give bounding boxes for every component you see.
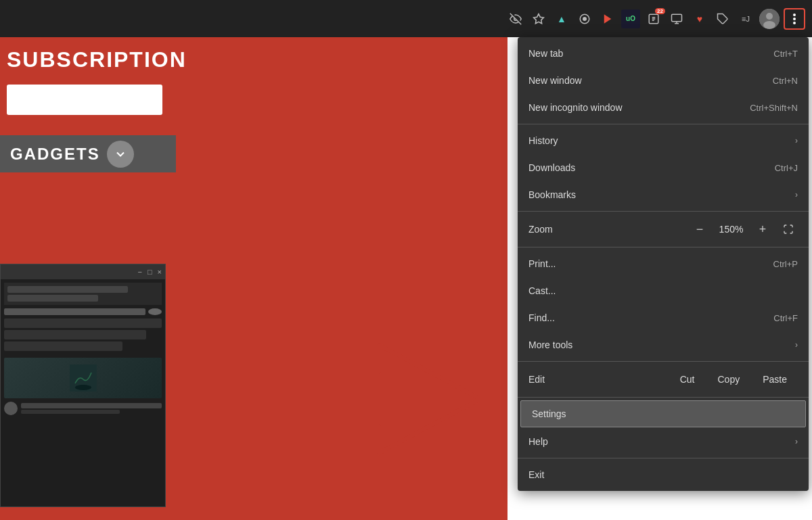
new-window-label: New window bbox=[528, 75, 773, 86]
edit-row: Edit Cut Copy Paste bbox=[518, 364, 809, 394]
history-arrow: › bbox=[795, 136, 798, 145]
find-shortcut: Ctrl+F bbox=[773, 313, 798, 323]
new-tab-label: New tab bbox=[528, 48, 773, 59]
menu-divider-2 bbox=[518, 211, 809, 212]
zoom-controls: − 150% + bbox=[690, 220, 772, 239]
bookmarks-label: Bookmarks bbox=[528, 189, 795, 200]
menu-item-history[interactable]: History › bbox=[518, 127, 809, 154]
menu-item-downloads[interactable]: Downloads Ctrl+J bbox=[518, 154, 809, 181]
downloads-label: Downloads bbox=[528, 162, 775, 173]
star-icon[interactable] bbox=[529, 9, 548, 28]
chrome-menu-button[interactable] bbox=[784, 8, 805, 30]
menu-item-new-window[interactable]: New window Ctrl+N bbox=[518, 67, 809, 94]
nested-window-preview: − □ × bbox=[0, 264, 166, 507]
zoom-minus-button[interactable]: − bbox=[690, 220, 709, 239]
svg-point-3 bbox=[583, 17, 587, 21]
zoom-value: 150% bbox=[716, 224, 746, 235]
arrow-annotation bbox=[189, 331, 480, 467]
zoom-label: Zoom bbox=[528, 224, 690, 235]
gadgets-dropdown[interactable] bbox=[107, 141, 134, 168]
cast-label: Cast... bbox=[528, 285, 798, 296]
svg-point-9 bbox=[766, 13, 773, 20]
menu-item-new-tab[interactable]: New tab Ctrl+T bbox=[518, 40, 809, 67]
subscription-title: SUBSCRIPTION bbox=[7, 47, 187, 72]
media-router-icon[interactable] bbox=[667, 9, 686, 28]
menu-item-exit[interactable]: Exit bbox=[518, 461, 809, 488]
gadgets-label: GADGETS bbox=[10, 145, 100, 164]
edit-label: Edit bbox=[528, 374, 669, 385]
ublock-icon[interactable]: uO bbox=[621, 9, 640, 28]
browser-toolbar: ▲ uO 22 ♥ bbox=[0, 0, 812, 37]
help-label: Help bbox=[528, 436, 795, 447]
user-avatar[interactable] bbox=[759, 9, 780, 29]
find-label: Find... bbox=[528, 312, 773, 323]
exit-label: Exit bbox=[528, 469, 798, 480]
circle-record-icon[interactable] bbox=[575, 9, 594, 28]
zoom-control-row: Zoom − 150% + bbox=[518, 214, 809, 244]
menu-item-new-incognito[interactable]: New incognito window Ctrl+Shift+N bbox=[518, 94, 809, 121]
help-arrow: › bbox=[795, 437, 798, 446]
media-control-icon[interactable]: ≡J bbox=[736, 9, 755, 28]
menu-item-bookmarks[interactable]: Bookmarks › bbox=[518, 181, 809, 208]
print-label: Print... bbox=[528, 258, 773, 269]
menu-item-more-tools[interactable]: More tools › bbox=[518, 331, 809, 358]
svg-point-12 bbox=[75, 385, 91, 390]
zoom-plus-button[interactable]: + bbox=[753, 220, 772, 239]
nested-minimize[interactable]: − bbox=[137, 268, 141, 276]
new-window-shortcut: Ctrl+N bbox=[773, 76, 798, 86]
menu-item-settings[interactable]: Settings bbox=[520, 400, 806, 427]
puzzle-icon[interactable] bbox=[713, 9, 732, 28]
menu-item-help[interactable]: Help › bbox=[518, 428, 809, 455]
new-tab-shortcut: Ctrl+T bbox=[773, 49, 798, 59]
paste-button[interactable]: Paste bbox=[752, 370, 798, 389]
copy-button[interactable]: Copy bbox=[707, 370, 751, 389]
nested-titlebar: − □ × bbox=[1, 264, 165, 279]
svg-marker-1 bbox=[534, 14, 544, 23]
cut-button[interactable]: Cut bbox=[669, 370, 706, 389]
drive-icon[interactable]: ▲ bbox=[552, 9, 571, 28]
nested-maximize[interactable]: □ bbox=[148, 268, 152, 276]
toolbar-icons: ▲ uO 22 ♥ bbox=[506, 8, 805, 30]
gadgets-bar: GADGETS bbox=[0, 135, 176, 172]
menu-divider-5 bbox=[518, 397, 809, 398]
svg-marker-13 bbox=[189, 345, 480, 453]
menu-divider-6 bbox=[518, 458, 809, 458]
chrome-dropdown-menu: New tab Ctrl+T New window Ctrl+N New inc… bbox=[518, 37, 809, 491]
menu-divider-3 bbox=[518, 247, 809, 247]
more-tools-arrow: › bbox=[795, 340, 798, 350]
print-shortcut: Ctrl+P bbox=[773, 259, 798, 269]
more-tools-label: More tools bbox=[528, 339, 795, 350]
new-incognito-label: New incognito window bbox=[528, 102, 750, 113]
nested-content bbox=[1, 279, 165, 506]
svg-rect-6 bbox=[672, 14, 682, 22]
menu-item-print[interactable]: Print... Ctrl+P bbox=[518, 250, 809, 277]
menu-item-cast[interactable]: Cast... bbox=[518, 277, 809, 304]
svg-marker-4 bbox=[604, 14, 612, 24]
nested-close[interactable]: × bbox=[158, 268, 162, 276]
menu-divider-1 bbox=[518, 124, 809, 124]
bookmarks-arrow: › bbox=[795, 190, 798, 199]
settings-label: Settings bbox=[532, 408, 566, 419]
search-box[interactable] bbox=[7, 85, 162, 115]
svg-point-10 bbox=[763, 21, 775, 29]
new-incognito-shortcut: Ctrl+Shift+N bbox=[750, 103, 798, 113]
play-icon[interactable] bbox=[598, 9, 617, 28]
downloads-shortcut: Ctrl+J bbox=[775, 163, 798, 173]
menu-item-find[interactable]: Find... Ctrl+F bbox=[518, 304, 809, 331]
fullscreen-button[interactable] bbox=[779, 220, 798, 239]
heart-extension-icon[interactable]: ♥ bbox=[690, 9, 709, 28]
history-label: History bbox=[528, 135, 795, 146]
eye-slash-icon[interactable] bbox=[506, 9, 525, 28]
menu-divider-4 bbox=[518, 361, 809, 362]
edit-actions: Cut Copy Paste bbox=[669, 370, 798, 389]
extension-badge-icon[interactable]: 22 bbox=[644, 9, 663, 28]
